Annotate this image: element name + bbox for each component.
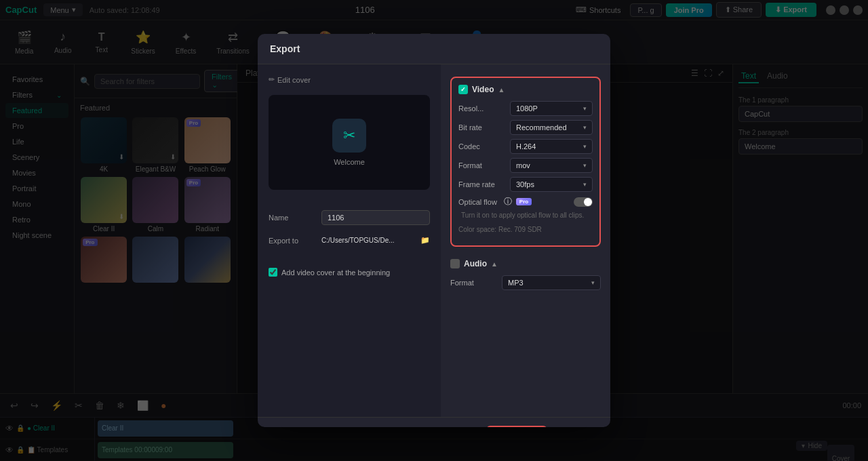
video-section: ✓ Video ▲ Resol... 1080P ▾ Bit rate (450, 77, 601, 247)
setting-row-resolution: Resol... 1080P ▾ (458, 101, 593, 116)
setting-row-format: Format mov ▾ (458, 158, 593, 173)
optical-flow-label: Optical flow (458, 198, 497, 206)
capcut-logo-icon: ✂ (332, 119, 366, 153)
optical-flow-toggle[interactable] (574, 197, 593, 207)
codec-value: H.264 (516, 142, 536, 151)
codec-select[interactable]: H.264 ▾ (510, 139, 593, 154)
bitrate-select[interactable]: Recommended ▾ (510, 120, 593, 135)
export-modal: Export ✏ Edit cover ✂ Welcome Name (258, 34, 610, 427)
add-cover-checkbox[interactable] (269, 268, 277, 277)
modal-title: Export (270, 43, 300, 54)
cover-preview: ✂ Welcome (269, 95, 430, 190)
video-collapse-icon: ▲ (498, 86, 505, 94)
audio-collapse-icon: ▲ (491, 260, 498, 268)
optical-flow-desc: Turn it on to apply optical flow to all … (461, 212, 593, 219)
video-section-title[interactable]: ✓ Video ▲ (458, 85, 593, 94)
resolution-select[interactable]: 1080P ▾ (510, 101, 593, 116)
edit-icon: ✏ (269, 75, 275, 84)
export-modal-button[interactable]: Export (486, 426, 547, 427)
resolution-chevron-icon: ▾ (583, 105, 587, 112)
setting-row-codec: Codec H.264 ▾ (458, 139, 593, 154)
bitrate-chevron-icon: ▾ (583, 124, 587, 131)
modal-header: Export (258, 34, 610, 64)
modal-right: ✓ Video ▲ Resol... 1080P ▾ Bit rate (441, 64, 610, 417)
bitrate-label: Bit rate (458, 123, 506, 132)
resolution-value: 1080P (516, 104, 538, 113)
cancel-modal-button[interactable]: Cancel (553, 426, 599, 427)
bitrate-value: Recommended (516, 123, 567, 132)
format-chevron-icon: ▾ (583, 162, 587, 169)
spacer (269, 197, 430, 203)
footer-actions: Export Cancel (486, 426, 599, 427)
framerate-select[interactable]: 30fps ▾ (510, 177, 593, 192)
format-value: mov (516, 161, 530, 169)
setting-row-bitrate: Bit rate Recommended ▾ (458, 120, 593, 135)
modal-left: ✏ Edit cover ✂ Welcome Name Export to (258, 64, 441, 417)
spacer2 (269, 256, 430, 261)
audio-section-title[interactable]: Audio ▲ (450, 259, 601, 268)
codec-label: Codec (458, 142, 506, 151)
add-cover-row: Add video cover at the beginning (269, 268, 430, 277)
audio-format-select[interactable]: MP3 ▾ (502, 275, 601, 290)
audio-label: Audio (464, 259, 487, 268)
spacer3 (458, 219, 593, 223)
edit-cover-button[interactable]: ✏ Edit cover (269, 75, 430, 84)
color-space-label: Color space: Rec. 709 SDR (458, 226, 593, 233)
resolution-label: Resol... (458, 104, 506, 113)
folder-icon[interactable]: 📁 (420, 236, 430, 245)
name-label: Name (269, 214, 316, 222)
modal-overlay: Export ✏ Edit cover ✂ Welcome Name (0, 0, 868, 461)
optical-info-icon: ⓘ (504, 196, 512, 207)
audio-format-label: Format (450, 279, 498, 287)
name-value (321, 210, 430, 225)
video-label: Video (472, 85, 494, 94)
modal-footer: 🎞 Duration: 9s | Size: about 9 MB Export… (258, 417, 610, 427)
codec-chevron-icon: ▾ (583, 143, 587, 150)
audio-checkbox[interactable] (450, 259, 460, 268)
video-checkbox[interactable]: ✓ (458, 85, 468, 94)
audio-format-row: Format MP3 ▾ (450, 275, 601, 290)
pro-tag-optical: Pro (516, 198, 532, 205)
export-to-value: C:/Users/TOPGUS/De... 📁 (321, 236, 430, 245)
audio-format-value: MP3 (508, 279, 524, 287)
setting-row-framerate: Frame rate 30fps ▾ (458, 177, 593, 192)
add-cover-label: Add video cover at the beginning (281, 268, 390, 277)
modal-body: ✏ Edit cover ✂ Welcome Name Export to (258, 64, 610, 417)
framerate-value: 30fps (516, 180, 534, 188)
optical-flow-row: Optical flow ⓘ Pro (458, 196, 593, 207)
name-field: Name (269, 210, 430, 225)
framerate-chevron-icon: ▾ (583, 181, 587, 188)
format-select[interactable]: mov ▾ (510, 158, 593, 173)
format-label: Format (458, 161, 506, 169)
name-input[interactable] (321, 210, 430, 225)
audio-format-chevron-icon: ▾ (591, 279, 595, 286)
export-path-text: C:/Users/TOPGUS/De... (321, 237, 418, 244)
cover-preview-label: Welcome (334, 158, 365, 166)
audio-section: Audio ▲ Format MP3 ▾ (450, 252, 601, 301)
export-to-field: Export to C:/Users/TOPGUS/De... 📁 (269, 236, 430, 245)
export-to-label: Export to (269, 237, 316, 245)
framerate-label: Frame rate (458, 180, 506, 188)
